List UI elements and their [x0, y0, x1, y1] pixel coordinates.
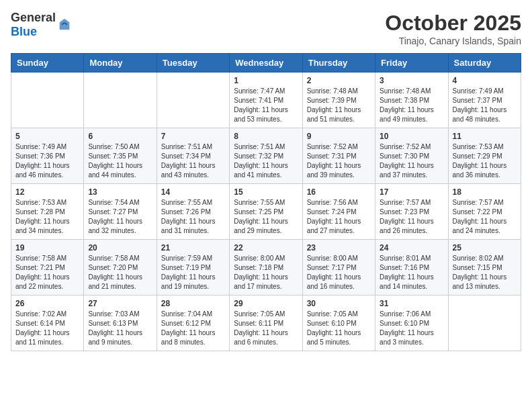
day-number: 29: [234, 299, 298, 308]
page-header: General Blue October 2025 Tinajo, Canary…: [11, 11, 521, 46]
calendar-week-2: 5Sunrise: 7:49 AM Sunset: 7:36 PM Daylig…: [11, 128, 521, 184]
day-number: 14: [161, 187, 225, 197]
calendar-cell: 24Sunrise: 8:01 AM Sunset: 7:16 PM Dayli…: [375, 240, 448, 295]
calendar-cell: 13Sunrise: 7:54 AM Sunset: 7:27 PM Dayli…: [84, 184, 157, 240]
day-number: 5: [15, 132, 79, 141]
calendar-cell: 7Sunrise: 7:51 AM Sunset: 7:34 PM Daylig…: [157, 128, 229, 184]
logo-icon: [57, 17, 72, 32]
cell-content: Sunrise: 8:00 AM Sunset: 7:17 PM Dayligh…: [307, 254, 371, 291]
day-number: 20: [88, 243, 152, 253]
calendar-cell: 28Sunrise: 7:04 AM Sunset: 6:12 PM Dayli…: [157, 295, 229, 351]
calendar-week-3: 12Sunrise: 7:53 AM Sunset: 7:28 PM Dayli…: [11, 184, 521, 240]
calendar-cell: 11Sunrise: 7:53 AM Sunset: 7:29 PM Dayli…: [448, 128, 521, 184]
calendar-cell: 26Sunrise: 7:02 AM Sunset: 6:14 PM Dayli…: [11, 295, 84, 351]
cell-content: Sunrise: 8:02 AM Sunset: 7:15 PM Dayligh…: [453, 254, 517, 291]
day-number: 17: [380, 187, 443, 197]
calendar-week-1: 1Sunrise: 7:47 AM Sunset: 7:41 PM Daylig…: [11, 73, 521, 128]
calendar-week-4: 19Sunrise: 7:58 AM Sunset: 7:21 PM Dayli…: [11, 240, 521, 295]
day-header-tuesday: Tuesday: [157, 54, 229, 73]
cell-content: Sunrise: 7:48 AM Sunset: 7:38 PM Dayligh…: [380, 87, 443, 124]
calendar-cell: [448, 295, 521, 351]
day-number: 12: [15, 187, 79, 197]
cell-content: Sunrise: 7:59 AM Sunset: 7:19 PM Dayligh…: [161, 254, 225, 291]
cell-content: Sunrise: 7:53 AM Sunset: 7:28 PM Dayligh…: [15, 198, 79, 236]
day-number: 11: [453, 132, 517, 141]
day-number: 22: [234, 243, 298, 253]
calendar-cell: 14Sunrise: 7:55 AM Sunset: 7:26 PM Dayli…: [157, 184, 229, 240]
day-number: 18: [453, 187, 517, 197]
calendar-cell: 9Sunrise: 7:52 AM Sunset: 7:31 PM Daylig…: [302, 128, 375, 184]
calendar-cell: 21Sunrise: 7:59 AM Sunset: 7:19 PM Dayli…: [157, 240, 229, 295]
day-number: 3: [380, 76, 443, 85]
days-header-row: SundayMondayTuesdayWednesdayThursdayFrid…: [11, 54, 521, 73]
cell-content: Sunrise: 7:57 AM Sunset: 7:22 PM Dayligh…: [453, 198, 517, 236]
cell-content: Sunrise: 7:50 AM Sunset: 7:35 PM Dayligh…: [88, 142, 152, 180]
day-number: 8: [234, 132, 298, 141]
cell-content: Sunrise: 7:58 AM Sunset: 7:20 PM Dayligh…: [88, 254, 152, 291]
cell-content: Sunrise: 7:49 AM Sunset: 7:36 PM Dayligh…: [15, 142, 79, 180]
day-header-saturday: Saturday: [448, 54, 521, 73]
cell-content: Sunrise: 8:01 AM Sunset: 7:16 PM Dayligh…: [380, 254, 443, 291]
day-number: 7: [161, 132, 225, 141]
day-number: 15: [234, 187, 298, 197]
cell-content: Sunrise: 7:52 AM Sunset: 7:30 PM Dayligh…: [380, 142, 443, 180]
day-number: 1: [234, 76, 298, 85]
calendar-week-5: 26Sunrise: 7:02 AM Sunset: 6:14 PM Dayli…: [11, 295, 521, 351]
cell-content: Sunrise: 7:55 AM Sunset: 7:25 PM Dayligh…: [234, 198, 298, 236]
cell-content: Sunrise: 7:55 AM Sunset: 7:26 PM Dayligh…: [161, 198, 225, 236]
calendar-cell: [11, 73, 84, 128]
cell-content: Sunrise: 7:47 AM Sunset: 7:41 PM Dayligh…: [234, 87, 298, 124]
day-number: 28: [161, 299, 225, 308]
calendar-cell: 16Sunrise: 7:56 AM Sunset: 7:24 PM Dayli…: [302, 184, 375, 240]
day-number: 2: [307, 76, 371, 85]
logo-blue: Blue: [11, 25, 37, 38]
title-area: October 2025 Tinajo, Canary Islands, Spa…: [385, 11, 521, 46]
calendar-cell: 10Sunrise: 7:52 AM Sunset: 7:30 PM Dayli…: [375, 128, 448, 184]
cell-content: Sunrise: 7:51 AM Sunset: 7:34 PM Dayligh…: [161, 142, 225, 180]
day-number: 19: [15, 243, 79, 253]
day-number: 26: [15, 299, 79, 308]
cell-content: Sunrise: 7:05 AM Sunset: 6:10 PM Dayligh…: [307, 310, 371, 347]
day-number: 25: [453, 243, 517, 253]
cell-content: Sunrise: 7:52 AM Sunset: 7:31 PM Dayligh…: [307, 142, 371, 180]
cell-content: Sunrise: 7:06 AM Sunset: 6:10 PM Dayligh…: [380, 310, 443, 347]
cell-content: Sunrise: 7:57 AM Sunset: 7:23 PM Dayligh…: [380, 198, 443, 236]
calendar-cell: 25Sunrise: 8:02 AM Sunset: 7:15 PM Dayli…: [448, 240, 521, 295]
cell-content: Sunrise: 7:49 AM Sunset: 7:37 PM Dayligh…: [453, 87, 517, 124]
cell-content: Sunrise: 7:54 AM Sunset: 7:27 PM Dayligh…: [88, 198, 152, 236]
calendar-cell: 15Sunrise: 7:55 AM Sunset: 7:25 PM Dayli…: [230, 184, 302, 240]
calendar-cell: 23Sunrise: 8:00 AM Sunset: 7:17 PM Dayli…: [302, 240, 375, 295]
calendar-cell: 19Sunrise: 7:58 AM Sunset: 7:21 PM Dayli…: [11, 240, 84, 295]
calendar-cell: 1Sunrise: 7:47 AM Sunset: 7:41 PM Daylig…: [230, 73, 302, 128]
day-header-thursday: Thursday: [302, 54, 375, 73]
calendar-cell: 4Sunrise: 7:49 AM Sunset: 7:37 PM Daylig…: [448, 73, 521, 128]
day-number: 30: [307, 299, 371, 308]
calendar-cell: 29Sunrise: 7:05 AM Sunset: 6:11 PM Dayli…: [230, 295, 302, 351]
calendar-cell: 30Sunrise: 7:05 AM Sunset: 6:10 PM Dayli…: [302, 295, 375, 351]
cell-content: Sunrise: 8:00 AM Sunset: 7:18 PM Dayligh…: [234, 254, 298, 291]
logo-text: General Blue: [11, 11, 56, 39]
day-number: 6: [88, 132, 152, 141]
calendar-cell: 18Sunrise: 7:57 AM Sunset: 7:22 PM Dayli…: [448, 184, 521, 240]
calendar-body: 1Sunrise: 7:47 AM Sunset: 7:41 PM Daylig…: [11, 73, 521, 351]
day-number: 9: [307, 132, 371, 141]
day-number: 31: [380, 299, 443, 308]
location-title: Tinajo, Canary Islands, Spain: [385, 36, 521, 46]
calendar-cell: 3Sunrise: 7:48 AM Sunset: 7:38 PM Daylig…: [375, 73, 448, 128]
day-number: 27: [88, 299, 152, 308]
day-number: 4: [453, 76, 517, 85]
calendar-cell: 8Sunrise: 7:51 AM Sunset: 7:32 PM Daylig…: [230, 128, 302, 184]
calendar-cell: 27Sunrise: 7:03 AM Sunset: 6:13 PM Dayli…: [84, 295, 157, 351]
cell-content: Sunrise: 7:04 AM Sunset: 6:12 PM Dayligh…: [161, 310, 225, 347]
calendar-table: SundayMondayTuesdayWednesdayThursdayFrid…: [11, 53, 521, 351]
calendar-cell: [157, 73, 229, 128]
calendar-cell: [84, 73, 157, 128]
day-number: 21: [161, 243, 225, 253]
cell-content: Sunrise: 7:58 AM Sunset: 7:21 PM Dayligh…: [15, 254, 79, 291]
cell-content: Sunrise: 7:53 AM Sunset: 7:29 PM Dayligh…: [453, 142, 517, 180]
day-number: 24: [380, 243, 443, 253]
day-header-wednesday: Wednesday: [230, 54, 302, 73]
cell-content: Sunrise: 7:56 AM Sunset: 7:24 PM Dayligh…: [307, 198, 371, 236]
calendar-cell: 2Sunrise: 7:48 AM Sunset: 7:39 PM Daylig…: [302, 73, 375, 128]
cell-content: Sunrise: 7:02 AM Sunset: 6:14 PM Dayligh…: [15, 310, 79, 347]
